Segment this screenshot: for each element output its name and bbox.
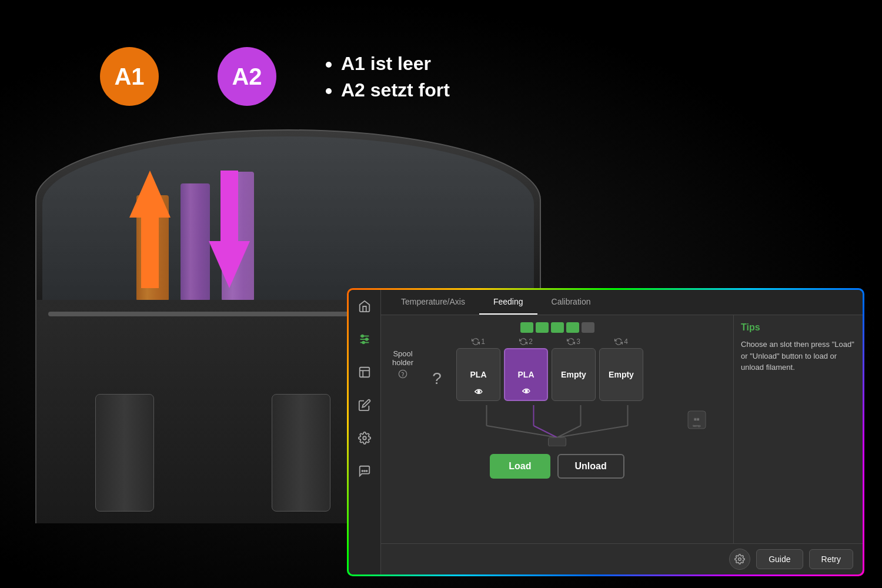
retry-button[interactable]: Retry bbox=[809, 549, 853, 569]
slot-1-eye-icon: 👁 bbox=[475, 387, 483, 397]
dot-4 bbox=[566, 322, 579, 333]
progress-dots bbox=[388, 322, 726, 333]
badge-a2: A2 bbox=[218, 47, 276, 106]
connection-lines-svg bbox=[388, 405, 726, 446]
slot-item-3: 3 Empty bbox=[552, 338, 596, 401]
spool-holder-help-icon bbox=[398, 369, 407, 379]
slot-box-4[interactable]: Empty bbox=[599, 348, 643, 401]
svg-point-6 bbox=[366, 338, 368, 340]
info-line2: A2 setzt fort bbox=[341, 79, 450, 101]
dot-5 bbox=[582, 322, 594, 333]
panel-tabs: Temperature/Axis Feeding Calibration bbox=[381, 290, 863, 315]
feeding-main: Spool holder ? bbox=[381, 315, 733, 543]
sidebar-gear-icon[interactable] bbox=[354, 427, 375, 449]
slot-2-eye-icon: 👁 bbox=[522, 387, 530, 396]
slots-row: Spool holder ? bbox=[388, 338, 726, 402]
slot-box-1[interactable]: PLA 👁 bbox=[456, 348, 500, 401]
bottom-buttons: Guide Retry bbox=[381, 543, 863, 574]
slot-1-label: PLA bbox=[470, 370, 487, 379]
svg-point-12 bbox=[364, 470, 365, 472]
slots-container: 1 PLA 👁 bbox=[456, 338, 643, 401]
svg-point-16 bbox=[403, 376, 403, 376]
slot-item-4: 4 Empty bbox=[599, 338, 643, 401]
svg-rect-25 bbox=[549, 437, 566, 446]
slot-1-number: 1 bbox=[472, 338, 485, 346]
tab-feeding[interactable]: Feeding bbox=[479, 290, 537, 315]
svg-text:≡≡: ≡≡ bbox=[694, 417, 700, 422]
nozzle-temp: ≡≡ temp bbox=[685, 408, 709, 434]
svg-text:temp: temp bbox=[693, 424, 701, 427]
unload-button[interactable]: Unload bbox=[557, 454, 624, 479]
svg-point-5 bbox=[362, 335, 364, 338]
svg-point-14 bbox=[366, 470, 368, 472]
svg-marker-0 bbox=[129, 171, 171, 288]
svg-marker-1 bbox=[209, 171, 250, 288]
arrow-down-purple bbox=[206, 171, 253, 288]
slot-4-rotate-icon bbox=[614, 338, 623, 346]
arrow-up-orange bbox=[126, 171, 173, 288]
cylinder-left bbox=[95, 394, 154, 512]
info-panel: A1 ist leer A2 setzt fort bbox=[329, 53, 450, 106]
slot-item-1: 1 PLA 👁 bbox=[456, 338, 500, 401]
info-line1: A1 ist leer bbox=[341, 53, 450, 75]
svg-point-7 bbox=[362, 342, 365, 344]
slot-2-number: 2 bbox=[519, 338, 533, 346]
slot-3-label: Empty bbox=[561, 370, 586, 379]
spool-holder-text: Spool holder bbox=[388, 349, 417, 367]
svg-point-11 bbox=[363, 436, 366, 440]
svg-point-29 bbox=[739, 558, 741, 561]
slot-2-label: PLA bbox=[518, 370, 534, 379]
sidebar bbox=[349, 290, 381, 574]
badge-a2-circle: A2 bbox=[218, 47, 276, 106]
tips-section: Tips Choose an slot then press "Load" or… bbox=[733, 315, 863, 543]
control-panel: Temperature/Axis Feeding Calibration bbox=[349, 290, 863, 574]
cylinders bbox=[95, 394, 330, 512]
slot-3-rotate-icon bbox=[567, 338, 575, 346]
tips-title: Tips bbox=[741, 322, 856, 333]
sidebar-settings-icon[interactable] bbox=[354, 329, 375, 350]
slot-box-2[interactable]: PLA 👁 bbox=[504, 348, 548, 401]
slot-box-3[interactable]: Empty bbox=[552, 348, 596, 401]
dot-1 bbox=[520, 322, 533, 333]
question-mark: ? bbox=[422, 355, 452, 402]
sidebar-files-icon[interactable] bbox=[354, 362, 375, 383]
panel-main: Temperature/Axis Feeding Calibration bbox=[381, 290, 863, 574]
slot-1-rotate-icon bbox=[472, 338, 480, 346]
rainbow-border: Temperature/Axis Feeding Calibration bbox=[347, 288, 864, 576]
slot-item-2: 2 PLA 👁 bbox=[504, 338, 548, 401]
badge-a2-label: A2 bbox=[232, 64, 262, 90]
tips-text: Choose an slot then press "Load" or "Unl… bbox=[741, 339, 856, 373]
sidebar-edit-icon[interactable] bbox=[354, 395, 375, 416]
load-button[interactable]: Load bbox=[490, 454, 550, 479]
cylinder-right bbox=[272, 394, 330, 512]
slot-4-number: 4 bbox=[614, 338, 628, 346]
tab-temperature-axis[interactable]: Temperature/Axis bbox=[387, 290, 479, 315]
tab-calibration[interactable]: Calibration bbox=[537, 290, 605, 315]
nozzle-icon: ≡≡ temp bbox=[685, 408, 709, 432]
dot-2 bbox=[536, 322, 549, 333]
svg-point-13 bbox=[362, 470, 363, 472]
connection-area: ≡≡ temp bbox=[388, 402, 726, 449]
guide-button[interactable]: Guide bbox=[756, 549, 803, 569]
badge-a1-circle: A1 bbox=[100, 47, 159, 106]
action-buttons: Load Unload bbox=[388, 454, 726, 479]
svg-rect-8 bbox=[360, 368, 370, 377]
settings-icon-button[interactable] bbox=[729, 549, 750, 570]
slot-2-rotate-icon bbox=[519, 338, 527, 346]
badge-a1: A1 bbox=[100, 47, 159, 106]
badge-a1-label: A1 bbox=[114, 64, 144, 90]
spool-holder-label: Spool holder bbox=[388, 338, 417, 379]
svg-point-15 bbox=[399, 370, 406, 377]
slot-4-label: Empty bbox=[609, 370, 634, 379]
sidebar-chat-icon[interactable] bbox=[354, 460, 375, 482]
slot-3-number: 3 bbox=[567, 338, 580, 346]
dot-3 bbox=[551, 322, 564, 333]
sidebar-home-icon[interactable] bbox=[354, 296, 375, 317]
printer-dome bbox=[35, 129, 541, 306]
